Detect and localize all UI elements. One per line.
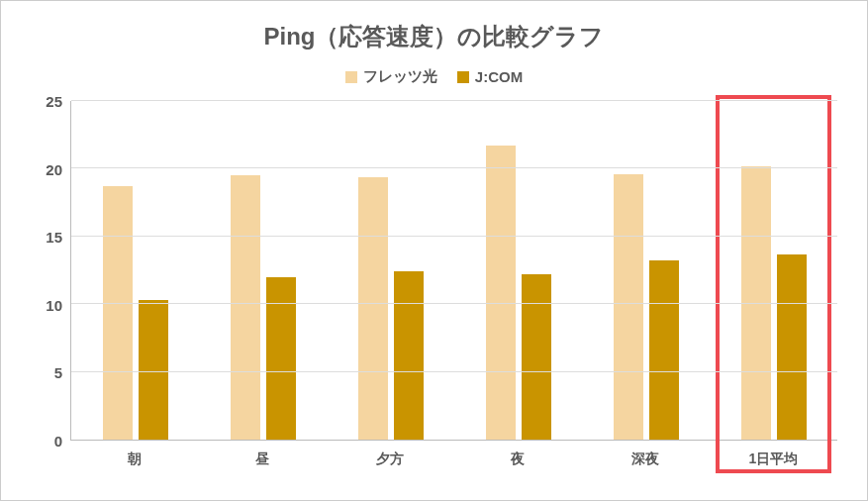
- bar: [777, 254, 807, 440]
- legend-label: フレッツ光: [363, 67, 437, 86]
- gridline: [71, 303, 837, 304]
- y-tick-label: 15: [46, 229, 62, 246]
- gridline: [71, 371, 837, 372]
- gridline: [71, 236, 837, 237]
- plot-area: 0510152025: [31, 101, 837, 441]
- x-tick-label: 夕方: [326, 441, 453, 470]
- x-tick-label: 昼: [198, 441, 326, 470]
- bar: [358, 177, 388, 440]
- bar: [139, 300, 168, 440]
- category-group: [710, 101, 837, 440]
- category-group: [199, 101, 327, 440]
- bar: [522, 274, 551, 440]
- bar: [649, 260, 679, 440]
- gridline: [71, 100, 837, 101]
- chart-legend: フレッツ光 J:COM: [31, 67, 837, 86]
- legend-label: J:COM: [475, 68, 523, 85]
- bar: [614, 174, 643, 440]
- y-tick-label: 10: [46, 296, 62, 313]
- category-group: [454, 101, 582, 440]
- y-tick-label: 0: [54, 433, 62, 450]
- bar: [486, 146, 516, 440]
- legend-swatch-icon: [345, 71, 357, 83]
- plot-grid: [70, 101, 837, 441]
- x-tick-label: 夜: [454, 441, 582, 470]
- bar: [394, 271, 424, 440]
- category-group: [327, 101, 454, 440]
- bar: [266, 277, 296, 440]
- legend-item-jcom: J:COM: [457, 67, 523, 86]
- y-tick-label: 25: [46, 93, 62, 110]
- ping-comparison-chart: Ping（応答速度）の比較グラフ フレッツ光 J:COM 0510152025 …: [1, 1, 867, 500]
- gridline: [71, 167, 837, 168]
- x-tick-label: 朝: [70, 441, 198, 470]
- chart-title: Ping（応答速度）の比較グラフ: [31, 21, 837, 52]
- category-group: [582, 101, 710, 440]
- x-tick-label: 1日平均: [710, 441, 837, 470]
- y-tick-label: 20: [46, 160, 62, 177]
- x-axis: 朝昼夕方夜深夜1日平均: [31, 441, 837, 470]
- bar: [231, 175, 260, 440]
- x-tick-label: 深夜: [582, 441, 710, 470]
- y-tick-label: 5: [54, 364, 62, 381]
- category-group: [71, 101, 199, 440]
- y-axis: 0510152025: [31, 101, 70, 441]
- legend-item-flets: フレッツ光: [345, 67, 437, 86]
- bar: [103, 186, 133, 440]
- legend-swatch-icon: [457, 71, 469, 83]
